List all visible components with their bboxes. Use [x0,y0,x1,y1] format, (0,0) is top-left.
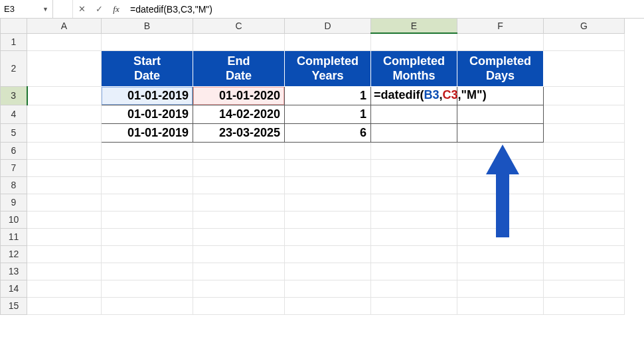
cell-A2[interactable] [27,50,102,86]
cell-F13[interactable] [457,263,544,280]
cell-C9[interactable] [193,194,285,211]
cell-B6[interactable] [102,142,193,159]
cell-C14[interactable] [193,280,285,297]
cell-F5[interactable] [457,123,544,142]
cell-E8[interactable] [371,176,457,194]
cell-A1[interactable] [27,33,102,50]
cell-F12[interactable] [457,245,544,263]
row-header-12[interactable]: 12 [1,245,27,263]
cell-C4[interactable]: 14-02-2020 [193,105,285,123]
cell-G12[interactable] [544,245,625,263]
cell-A6[interactable] [27,142,102,159]
cell-D12[interactable] [285,245,371,263]
cell-G15[interactable] [544,297,625,314]
cell-E7[interactable] [371,159,457,176]
column-header-F[interactable]: F [457,19,544,33]
chevron-down-icon[interactable]: ▼ [42,6,48,13]
cell-B4[interactable]: 01-01-2019 [102,105,193,123]
name-box[interactable]: E3 ▼ [0,0,53,18]
cell-D10[interactable] [285,211,371,228]
cell-E6[interactable] [371,142,457,159]
cell-A13[interactable] [27,263,102,280]
column-header-C[interactable]: C [193,19,285,33]
enter-formula-button[interactable]: ✓ [90,0,108,18]
cell-G3[interactable] [544,86,625,105]
cell-B2[interactable]: Start Date [102,50,193,86]
cell-D9[interactable] [285,194,371,211]
cell-G9[interactable] [544,194,625,211]
cell-B13[interactable] [102,263,193,280]
cell-E2[interactable]: Completed Months [371,50,457,86]
cell-E14[interactable] [371,280,457,297]
cell-D8[interactable] [285,176,371,194]
cell-G1[interactable] [544,33,625,50]
cell-B9[interactable] [102,194,193,211]
cell-C3[interactable]: 01-01-2020 [193,86,285,105]
cell-A11[interactable] [27,228,102,245]
cell-F14[interactable] [457,280,544,297]
cancel-formula-button[interactable]: ✕ [73,0,90,18]
row-header-15[interactable]: 15 [1,297,27,314]
cell-A14[interactable] [27,280,102,297]
cell-G11[interactable] [544,228,625,245]
cell-A5[interactable] [27,123,102,142]
column-header-B[interactable]: B [102,19,193,33]
cell-A15[interactable] [27,297,102,314]
cell-C12[interactable] [193,245,285,263]
row-header-10[interactable]: 10 [1,211,27,228]
cell-C13[interactable] [193,263,285,280]
cell-A4[interactable] [27,105,102,123]
cell-E1[interactable] [371,33,457,50]
cell-E5[interactable] [371,123,457,142]
row-header-9[interactable]: 9 [1,194,27,211]
cell-B5[interactable]: 01-01-2019 [102,123,193,142]
cell-D5[interactable]: 6 [285,123,371,142]
cell-D13[interactable] [285,263,371,280]
cell-editing-formula[interactable]: =datedif(B3,C3,"M") [371,87,489,103]
cell-E4[interactable] [371,105,457,123]
cell-A7[interactable] [27,159,102,176]
cell-G5[interactable] [544,123,625,142]
row-header-4[interactable]: 4 [1,105,27,123]
cell-B8[interactable] [102,176,193,194]
cell-D14[interactable] [285,280,371,297]
column-header-E[interactable]: E [371,19,457,33]
column-header-A[interactable]: A [27,19,102,33]
select-all-corner[interactable] [1,19,27,33]
cell-B12[interactable] [102,245,193,263]
cell-D2[interactable]: Completed Years [285,50,371,86]
cell-A10[interactable] [27,211,102,228]
row-header-7[interactable]: 7 [1,159,27,176]
cell-D3[interactable]: 1 [285,86,371,105]
row-header-3[interactable]: 3 [1,86,27,105]
cell-D7[interactable] [285,159,371,176]
row-header-8[interactable]: 8 [1,176,27,194]
cell-E12[interactable] [371,245,457,263]
cell-B10[interactable] [102,211,193,228]
cell-B3[interactable]: 01-01-2019 [102,86,193,105]
cell-G6[interactable] [544,142,625,159]
row-header-1[interactable]: 1 [1,33,27,50]
cell-D15[interactable] [285,297,371,314]
cell-E15[interactable] [371,297,457,314]
row-header-13[interactable]: 13 [1,263,27,280]
cell-C8[interactable] [193,176,285,194]
cell-A9[interactable] [27,194,102,211]
cell-G8[interactable] [544,176,625,194]
cell-E10[interactable] [371,211,457,228]
cell-B11[interactable] [102,228,193,245]
cell-E13[interactable] [371,263,457,280]
cell-F4[interactable] [457,105,544,123]
column-header-G[interactable]: G [544,19,625,33]
cell-D11[interactable] [285,228,371,245]
column-header-D[interactable]: D [285,19,371,33]
cell-D1[interactable] [285,33,371,50]
cell-C6[interactable] [193,142,285,159]
cell-B15[interactable] [102,297,193,314]
cell-B14[interactable] [102,280,193,297]
cell-E9[interactable] [371,194,457,211]
cell-C5[interactable]: 23-03-2025 [193,123,285,142]
cell-C1[interactable] [193,33,285,50]
cell-G14[interactable] [544,280,625,297]
cell-A8[interactable] [27,176,102,194]
